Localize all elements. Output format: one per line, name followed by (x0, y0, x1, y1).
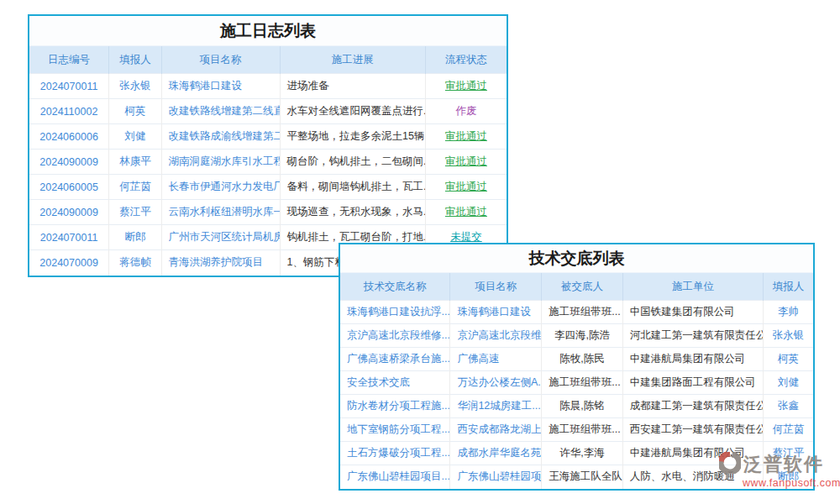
disclosure-project-cell[interactable]: 万达办公楼左侧A... (450, 371, 542, 395)
log-reporter-cell[interactable]: 蒋德帧 (109, 250, 161, 276)
log-project-cell[interactable]: 改建铁路成渝线增建第二... (161, 124, 280, 150)
log-id-cell[interactable]: 2024090009 (29, 150, 109, 175)
disclosure-reporter-cell[interactable]: 柯英 (764, 348, 813, 371)
log-progress-cell: 现场巡查，无积水现象，水马... (280, 200, 425, 225)
log-status-cell: 审批通过 (425, 150, 507, 175)
disclosure-receiver-cell: 王海施工队全队 (542, 465, 623, 489)
table-row: 2024110002柯英改建铁路线增建第二线直...水车对全线遮阳网覆盖点进行.… (29, 99, 507, 124)
log-id-cell[interactable]: 2024090009 (29, 200, 109, 225)
fanpu-logo-icon (719, 452, 741, 476)
disclosure-unit-cell: 中国铁建集团有限公司 (622, 301, 763, 324)
log-id-cell[interactable]: 2024060006 (29, 124, 109, 150)
fanpu-brand-text: 泛普软件 (743, 455, 824, 474)
construction-log-col-header: 项目名称 (161, 46, 280, 74)
log-id-cell[interactable]: 2024070011 (29, 225, 109, 250)
table-row: 2024060006刘健改建铁路成渝线增建第二...平整场地，拉走多余泥土15辆… (29, 124, 507, 150)
construction-log-panel: 施工日志列表 日志编号填报人项目名称施工进展流程状态 2024070011张永银… (28, 14, 508, 277)
disclosure-project-cell[interactable]: 京沪高速北京段维修 (450, 324, 542, 348)
log-reporter-cell[interactable]: 刘健 (109, 124, 161, 150)
log-reporter-cell[interactable]: 张永银 (109, 74, 161, 99)
construction-log-title: 施工日志列表 (29, 16, 507, 45)
log-project-cell[interactable]: 珠海鹤港口建设 (161, 74, 280, 99)
disclosure-unit-cell: 成都建工第一建筑有限责任公司 (622, 395, 763, 418)
log-id-cell[interactable]: 2024070009 (29, 250, 109, 276)
disclosure-unit-cell: 中建港航局集团有限公司 (622, 348, 763, 371)
log-progress-cell: 备料，砌间墙钩机排土，瓦工... (280, 175, 425, 200)
disclosure-project-cell[interactable]: 广佛高速 (450, 348, 542, 371)
log-reporter-cell[interactable]: 断郎 (109, 225, 161, 250)
disclosure-name-cell[interactable]: 广佛高速桥梁承台施... (340, 348, 450, 371)
table-row: 2024060005何芷茵长春市伊通河水力发电厂...备料，砌间墙钩机排土，瓦工… (29, 175, 507, 200)
log-progress-cell: 平整场地，拉走多余泥土15辆... (280, 124, 425, 150)
disclosure-project-cell[interactable]: 西安成都路龙湖上... (450, 418, 542, 442)
disclosure-unit-cell: 河北建工第一建筑有限责任公司 (622, 324, 763, 348)
disclosure-receiver-cell: 施工班组带班... (542, 418, 623, 442)
construction-log-header-row: 日志编号填报人项目名称施工进展流程状态 (29, 46, 507, 74)
technical-disclosure-header-row: 技术交底名称项目名称被交底人施工单位填报人 (340, 273, 813, 301)
disclosure-name-cell[interactable]: 广东佛山碧桂园项目... (340, 465, 450, 489)
disclosure-reporter-cell[interactable]: 刘健 (764, 371, 813, 395)
construction-log-table: 日志编号填报人项目名称施工进展流程状态 2024070011张永银珠海鹤港口建设… (29, 45, 507, 276)
disclosure-name-cell[interactable]: 土石方爆破分项工程... (340, 442, 450, 465)
table-row: 安全技术交底万达办公楼左侧A...施工班组带班...中建集团路面工程有限公司刘健 (340, 371, 813, 395)
disclosure-reporter-cell[interactable]: 李帅 (764, 301, 813, 324)
disclosure-reporter-cell[interactable]: 何芷茵 (764, 418, 813, 442)
technical-disclosure-col-header: 项目名称 (450, 273, 542, 301)
disclosure-reporter-cell[interactable]: 张鑫 (764, 395, 813, 418)
table-row: 2024070011张永银珠海鹤港口建设进场准备审批通过 (29, 74, 507, 99)
construction-log-col-header: 流程状态 (425, 46, 507, 74)
table-row: 珠海鹤港口建设抗浮...珠海鹤港口建设施工班组带班...中国铁建集团有限公司李帅 (340, 301, 813, 324)
disclosure-name-cell[interactable]: 珠海鹤港口建设抗浮... (340, 301, 450, 324)
disclosure-receiver-cell: 陈晨,陈铭 (542, 395, 623, 418)
log-id-cell[interactable]: 2024060005 (29, 175, 109, 200)
disclosure-receiver-cell: 施工班组带班... (542, 301, 623, 324)
disclosure-unit-cell: 西安建工第一建筑有限责任公司 (622, 418, 763, 442)
log-id-cell[interactable]: 2024070011 (29, 74, 109, 99)
log-status-cell: 审批通过 (425, 200, 507, 225)
disclosure-project-cell[interactable]: 珠海鹤港口建设 (450, 301, 542, 324)
technical-disclosure-col-header: 技术交底名称 (340, 273, 450, 301)
log-reporter-cell[interactable]: 柯英 (109, 99, 161, 124)
technical-disclosure-col-header: 施工单位 (622, 273, 763, 301)
log-project-cell[interactable]: 云南水利枢纽潜明水库一... (161, 200, 280, 225)
construction-log-col-header: 施工进展 (280, 46, 425, 74)
log-status-cell: 审批通过 (425, 124, 507, 150)
disclosure-receiver-cell: 陈牧,陈民 (542, 348, 623, 371)
disclosure-project-cell[interactable]: 广东佛山碧桂园项目 (450, 465, 542, 489)
disclosure-reporter-cell[interactable]: 张永银 (764, 324, 813, 348)
technical-disclosure-col-header: 填报人 (764, 273, 813, 301)
disclosure-name-cell[interactable]: 安全技术交底 (340, 371, 450, 395)
log-status-cell: 作废 (425, 99, 507, 124)
table-row: 2024090009蔡江平云南水利枢纽潜明水库一...现场巡查，无积水现象，水马… (29, 200, 507, 225)
log-reporter-cell[interactable]: 蔡江平 (109, 200, 161, 225)
table-row: 京沪高速北京段维修...京沪高速北京段维修李四海,陈浩河北建工第一建筑有限责任公… (340, 324, 813, 348)
disclosure-project-cell[interactable]: 华润12城房建工... (450, 395, 542, 418)
technical-disclosure-col-header: 被交底人 (542, 273, 623, 301)
fanpu-watermark: 泛普软件 www.fanpusoft.com (719, 452, 840, 489)
log-project-cell[interactable]: 湖南洞庭湖水库引水工程... (161, 150, 280, 175)
log-progress-cell: 砌台阶，钩机排土，二包砌间... (280, 150, 425, 175)
disclosure-unit-cell: 中建集团路面工程有限公司 (622, 371, 763, 395)
log-project-cell[interactable]: 改建铁路线增建第二线直... (161, 99, 280, 124)
log-reporter-cell[interactable]: 林康平 (109, 150, 161, 175)
log-project-cell[interactable]: 青海洪湖养护院项目 (161, 250, 280, 276)
log-progress-cell: 进场准备 (280, 74, 425, 99)
log-project-cell[interactable]: 长春市伊通河水力发电厂... (161, 175, 280, 200)
disclosure-receiver-cell: 施工班组带班... (542, 371, 623, 395)
fanpu-url-text: www.fanpusoft.com (719, 478, 840, 489)
technical-disclosure-title: 技术交底列表 (340, 244, 813, 272)
log-project-cell[interactable]: 广州市天河区统计局机房... (161, 225, 280, 250)
log-id-cell[interactable]: 2024110002 (29, 99, 109, 124)
construction-log-col-header: 填报人 (109, 46, 161, 74)
table-row: 地下室钢筋分项工程...西安成都路龙湖上...施工班组带班...西安建工第一建筑… (340, 418, 813, 442)
disclosure-project-cell[interactable]: 成都水岸华庭名苑... (450, 442, 542, 465)
disclosure-name-cell[interactable]: 地下室钢筋分项工程... (340, 418, 450, 442)
screen: 施工日志列表 日志编号填报人项目名称施工进展流程状态 2024070011张永银… (0, 0, 840, 504)
table-row: 广佛高速桥梁承台施...广佛高速陈牧,陈民中建港航局集团有限公司柯英 (340, 348, 813, 371)
disclosure-name-cell[interactable]: 京沪高速北京段维修... (340, 324, 450, 348)
table-row: 防水卷材分项工程施...华润12城房建工...陈晨,陈铭成都建工第一建筑有限责任… (340, 395, 813, 418)
log-reporter-cell[interactable]: 何芷茵 (109, 175, 161, 200)
disclosure-name-cell[interactable]: 防水卷材分项工程施... (340, 395, 450, 418)
construction-log-col-header: 日志编号 (29, 46, 109, 74)
table-row: 2024090009林康平湖南洞庭湖水库引水工程...砌台阶，钩机排土，二包砌间… (29, 150, 507, 175)
